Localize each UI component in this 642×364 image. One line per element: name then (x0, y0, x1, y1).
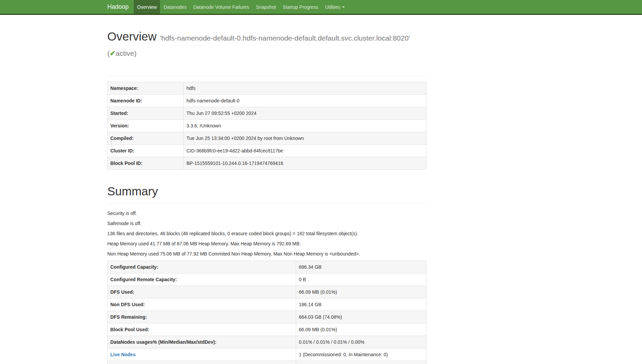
caret-down-icon (342, 6, 345, 8)
navbar-items: OverviewDatanodesDatanode Volume Failure… (134, 0, 348, 14)
summary-value: 1 (Decommissioned: 0, In Maintenance: 0) (296, 348, 426, 361)
info-label: Version: (108, 120, 184, 132)
nav-item-label: Datanode Volume Failures (193, 4, 249, 10)
nav-item-datanodes[interactable]: Datanodes (160, 0, 190, 14)
info-label: Started: (108, 107, 184, 120)
summary-label: Live Nodes (108, 348, 296, 361)
summary-label: DFS Used: (108, 286, 296, 298)
summary-paragraph-3: 136 files and directories, 46 blocks (46… (107, 230, 426, 237)
summary-label: Block Pool Used: (108, 323, 296, 336)
nav-item-label: Utilities (325, 4, 340, 10)
info-label: Block Pool ID: (108, 157, 184, 170)
namenode-status: (✔active) (107, 47, 136, 59)
summary-row-block-pool-used: Block Pool Used:66.09 MB (0.01%) (108, 323, 426, 336)
summary-label: Dead Nodes (108, 361, 296, 364)
summary-row-dfs-used: DFS Used:66.09 MB (0.01%) (108, 286, 426, 298)
info-label: Namespace: (108, 82, 184, 95)
info-value: BP-1515559101-10.244.0.16-1719474769416 (184, 157, 426, 170)
info-value: Thu Jun 27 09:52:55 +0200 2024 (184, 107, 426, 120)
nav-item-overview[interactable]: Overview (134, 0, 160, 14)
summary-row-configured-capacity: Configured Capacity:896.34 GB (108, 261, 426, 273)
title-divider (107, 76, 426, 76)
nav-item-label: Overview (137, 4, 157, 10)
summary-value: 0 B (296, 273, 426, 286)
check-icon: ✔ (110, 49, 116, 57)
info-row-started: Started:Thu Jun 27 09:52:55 +0200 2024 (108, 107, 426, 120)
summary-row-datanodes-usages-min-median-max-stddev: DataNodes usages% (Min/Median/Max/stdDev… (108, 336, 426, 348)
nav-item-startup-progress[interactable]: Startup Progress (279, 0, 322, 14)
page-title: Overview 'hdfs-namenode-default-0.hdfs-n… (107, 30, 426, 59)
summary-value: 896.34 GB (296, 261, 426, 273)
info-value: Tue Jun 25 13:34:00 +0200 2024 by root f… (184, 132, 426, 145)
summary-paragraph-4: Heap Memory used 41.77 MB of 87.06 MB He… (107, 240, 426, 247)
summary-row-dfs-remaining: DFS Remaining:664.03 GB (74.08%) (108, 311, 426, 323)
summary-value: 0.01% / 0.01% / 0.01% / 0.00% (296, 336, 426, 348)
namenode-host: 'hdfs-namenode-default-0.hdfs-namenode-d… (160, 34, 410, 42)
info-row-namespace: Namespace:hdfs (108, 82, 426, 95)
info-label: Cluster ID: (108, 145, 184, 157)
summary-paragraph-5: Non Heap Memory used 75.06 MB of 77.92 M… (107, 250, 426, 257)
summary-label: Configured Remote Capacity: (108, 273, 296, 286)
summary-row-configured-remote-capacity: Configured Remote Capacity:0 B (108, 273, 426, 286)
summary-label: Configured Capacity: (108, 261, 296, 273)
summary-value: 0 (Decommissioned: 0, In Maintenance: 0) (296, 361, 426, 364)
live-nodes-link[interactable]: Live Nodes (110, 352, 136, 357)
nav-item-label: Datanodes (163, 4, 186, 10)
summary-paragraphs: Security is off.Safemode is off.136 file… (107, 210, 426, 257)
summary-divider (107, 203, 426, 204)
brand-hadoop[interactable]: Hadoop (102, 0, 134, 14)
summary-label: Non DFS Used: (108, 298, 296, 311)
summary-table: Configured Capacity:896.34 GBConfigured … (107, 261, 426, 364)
info-row-version: Version:3.3.6, rUnknown (108, 120, 426, 132)
summary-row-non-dfs-used: Non DFS Used:186.14 GB (108, 298, 426, 311)
summary-value: 66.09 MB (0.01%) (296, 286, 426, 298)
top-navbar: Hadoop OverviewDatanodesDatanode Volume … (0, 0, 642, 15)
nav-item-snapshot[interactable]: Snapshot (252, 0, 279, 14)
info-row-block-pool-id: Block Pool ID:BP-1515559101-10.244.0.16-… (108, 157, 426, 170)
nav-item-utilities[interactable]: Utilities (322, 0, 348, 14)
summary-label: DataNodes usages% (Min/Median/Max/stdDev… (108, 336, 296, 348)
namenode-info-table: Namespace:hdfsNamenode ID:hdfs-namenode-… (107, 82, 426, 170)
info-row-compiled: Compiled:Tue Jun 25 13:34:00 +0200 2024 … (108, 132, 426, 145)
summary-value: 66.09 MB (0.01%) (296, 323, 426, 336)
page-title-text: Overview (107, 30, 157, 43)
nav-item-label: Startup Progress (283, 4, 318, 10)
summary-paragraph-2: Safemode is off. (107, 220, 426, 227)
info-value: 3.3.6, rUnknown (184, 120, 426, 132)
main-content: Overview 'hdfs-namenode-default-0.hdfs-n… (107, 30, 426, 364)
summary-row-live-nodes: Live Nodes1 (Decommissioned: 0, In Maint… (108, 348, 426, 361)
summary-value: 664.03 GB (74.08%) (296, 311, 426, 323)
nav-item-datanode-volume-failures[interactable]: Datanode Volume Failures (190, 0, 252, 14)
nav-item-label: Snapshot (256, 4, 276, 10)
summary-title: Summary (107, 185, 426, 198)
summary-row-dead-nodes: Dead Nodes0 (Decommissioned: 0, In Maint… (108, 361, 426, 364)
info-value: hdfs (184, 82, 426, 95)
info-row-namenode-id: Namenode ID:hdfs-namenode-default-0 (108, 95, 426, 107)
summary-value: 186.14 GB (296, 298, 426, 311)
info-label: Namenode ID: (108, 95, 184, 107)
info-row-cluster-id: Cluster ID:CID-368b9fc0-ee19-4d22-abbd-8… (108, 145, 426, 157)
info-value: hdfs-namenode-default-0 (184, 95, 426, 107)
summary-paragraph-1: Security is off. (107, 210, 426, 217)
info-label: Compiled: (108, 132, 184, 145)
info-value: CID-368b9fc0-ee19-4d22-abbd-84fcec8117be (184, 145, 426, 157)
summary-label: DFS Remaining: (108, 311, 296, 323)
